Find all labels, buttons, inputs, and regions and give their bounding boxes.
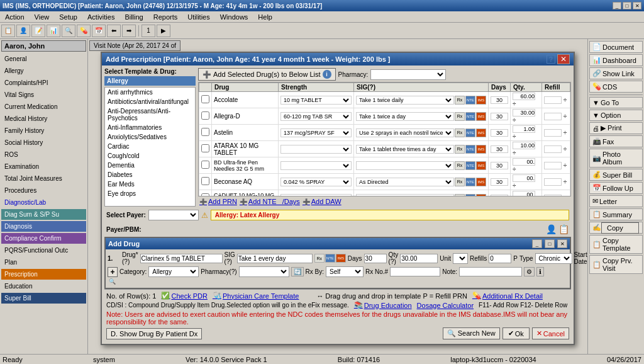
sig-field-input[interactable] [237, 254, 313, 263]
toolbar-btn-3[interactable]: 📝 [31, 25, 45, 37]
nav-pqrs[interactable]: PQRS/Functional Outc [1, 245, 86, 256]
days-input-4[interactable] [491, 162, 508, 169]
note-action-btn[interactable]: ⚙ [524, 267, 535, 276]
toolbar-btn-8[interactable]: ⬅ [107, 25, 121, 37]
nav-vitals[interactable]: Vital Signs [1, 89, 86, 100]
sidebar-show-link-btn[interactable]: 🔗 Show Link [589, 67, 643, 79]
nav-medical-history[interactable]: Medical History [1, 113, 86, 124]
cancel-button[interactable]: ✕ Cancel [532, 327, 569, 339]
drug-check-5[interactable] [201, 177, 209, 185]
qty-input-1[interactable] [513, 109, 535, 117]
sig-select-2[interactable]: Use 2 sprays in each nostril twice [356, 128, 454, 137]
maximize-button[interactable]: □ [623, 2, 631, 9]
qty-input-5[interactable] [513, 174, 535, 182]
refill-input-3[interactable] [544, 145, 562, 153]
nav-joint-measures[interactable]: Total Joint Measures [1, 173, 86, 184]
patient-name[interactable]: Aaron, John [1, 40, 86, 52]
sig-rx-icon-2[interactable]: Rx [455, 128, 465, 137]
sig-rx-icon-5[interactable]: Rx [455, 178, 465, 186]
close-button[interactable]: ✕ [633, 2, 641, 9]
add-drug-close[interactable]: ✕ [557, 239, 567, 248]
sidebar-print-btn[interactable]: 🖨 ▶ Print [589, 122, 643, 134]
toolbar-btn-4[interactable]: 📊 [47, 25, 60, 37]
drug-check-2[interactable] [201, 128, 209, 136]
add-daw-link[interactable]: ➕ Add DAW [303, 198, 341, 205]
toolbar-btn-5[interactable]: 🔍 [62, 25, 75, 37]
drug-check-1[interactable] [201, 111, 209, 120]
rx-by-select[interactable]: Self [326, 266, 364, 277]
nav-allergy[interactable]: Allergy [1, 65, 86, 76]
template-item-9[interactable]: Ear Meds [105, 179, 195, 189]
toolbar-btn-1[interactable]: 📋 [1, 25, 15, 37]
template-item-5[interactable]: Cardiac [105, 142, 195, 151]
nav-diagnostic[interactable]: Diagnostic/Lab [1, 197, 86, 208]
qty-input-2[interactable] [513, 125, 535, 133]
sig-select-0[interactable]: Take 1 twice daily [356, 96, 454, 105]
sig-rx-icon-3[interactable]: Rx [455, 145, 465, 154]
nav-general[interactable]: General [1, 54, 86, 64]
menu-action[interactable]: Action [3, 13, 27, 21]
sidebar-cds-btn[interactable]: 💊 CDS [589, 81, 643, 93]
physician-care-link[interactable]: 🩺 Physician Care Template [213, 292, 299, 300]
add-drug-nte-icon[interactable]: NTE [325, 254, 335, 263]
sig-nte-icon-1[interactable]: NTE [465, 112, 475, 121]
nav-complaints[interactable]: Complaints/HPI [1, 77, 86, 88]
note-info-btn[interactable]: ℹ [536, 267, 544, 276]
template-list[interactable]: Anti arrhythmics Antibiotics/antiviral/a… [104, 87, 196, 207]
sig-select-1[interactable]: Take 1 twice a day [356, 112, 454, 121]
menu-help[interactable]: Help [255, 13, 275, 21]
visit-tab[interactable]: Visit Note (Apr 26, 2017 24 of [89, 40, 180, 51]
sig-ims-icon-4[interactable]: IMS [476, 161, 486, 170]
sig-nte-icon-5[interactable]: NTE [465, 178, 475, 186]
toolbar-btn-7[interactable]: 📅 [92, 25, 106, 37]
drug-education-link[interactable]: 📚 Drug Education [354, 301, 412, 309]
strength-select-5[interactable]: 0.042 % SPRAY [280, 178, 352, 186]
template-item-1[interactable]: Antibiotics/antiviral/antifungal [105, 97, 195, 106]
minimize-button[interactable]: _ [613, 2, 621, 9]
search-new-button[interactable]: 🔍 Search New [443, 327, 500, 339]
menu-utilities[interactable]: Utilities [185, 13, 212, 21]
drug-check-4[interactable] [201, 161, 209, 169]
template-item-7[interactable]: Dementia [105, 161, 195, 170]
sig-nte-icon-0[interactable]: NTE [465, 96, 475, 105]
sig-nte-icon-3[interactable]: NTE [465, 145, 475, 154]
dialog-close-button[interactable]: ✕ [557, 54, 570, 64]
sidebar-summary-btn[interactable]: 📋 Summary [589, 208, 643, 220]
rx-no-input[interactable] [390, 267, 440, 276]
template-item-4[interactable]: Anxiolytics/Sedatives [105, 132, 195, 142]
nav-diagnosis[interactable]: Diagnosis [1, 221, 86, 232]
nav-procedures[interactable]: Procedures [1, 185, 86, 196]
days-input-5[interactable] [491, 178, 508, 186]
add-drug-rx-icon[interactable]: Rx [314, 254, 325, 263]
nav-ros[interactable]: ROS [1, 149, 86, 160]
menu-reports[interactable]: Reports [151, 13, 180, 21]
sig-rx-icon-0[interactable]: Rx [455, 96, 465, 105]
pharmacy-field-select[interactable] [239, 266, 289, 277]
nav-super-bill[interactable]: Super Bill [1, 293, 86, 304]
nav-education[interactable]: Education [1, 281, 86, 292]
sidebar-fax-btn[interactable]: 📠 Fax [589, 135, 643, 147]
sig-ims-icon-2[interactable]: IMS [476, 128, 486, 137]
drug-field-input[interactable] [140, 254, 223, 263]
nav-current-med[interactable]: Current Medication [1, 101, 86, 112]
nav-diag-sum[interactable]: Diag Sum & S/P Su [1, 209, 86, 220]
menu-view[interactable]: View [32, 13, 52, 21]
check-pdr-link[interactable]: ✅ Check PDR [161, 292, 207, 300]
ok-button[interactable]: ✔ Ok [502, 327, 530, 339]
template-item-2[interactable]: Anti-Depressants/Anti-Psychotics [105, 106, 195, 123]
add-selected-button[interactable]: ➕ Add Selected Drug(s) to Below List i [198, 68, 336, 81]
sig-rx-icon-4[interactable]: Rx [455, 161, 465, 170]
menu-billing[interactable]: Billing [122, 13, 145, 21]
toolbar-btn-11[interactable]: ▶ [157, 25, 170, 37]
strength-select-2[interactable]: 137 mcg/SPRAY SF [280, 128, 352, 137]
show-drug-button[interactable]: D. Show Drug By Patient Dx [106, 328, 202, 339]
refill-input-2[interactable] [544, 129, 562, 137]
nav-examination[interactable]: Examination [1, 161, 86, 172]
sig-nte-icon-4[interactable]: NTE [465, 161, 475, 170]
strength-select-1[interactable]: 60-120 mg TAB SR [280, 112, 352, 121]
refill-input-0[interactable] [544, 96, 562, 104]
dosage-calc-link[interactable]: Dosage Calculator [417, 302, 474, 309]
days-input-2[interactable] [491, 129, 508, 137]
note-field-input[interactable] [459, 267, 522, 276]
refills-field-input[interactable] [489, 254, 511, 263]
